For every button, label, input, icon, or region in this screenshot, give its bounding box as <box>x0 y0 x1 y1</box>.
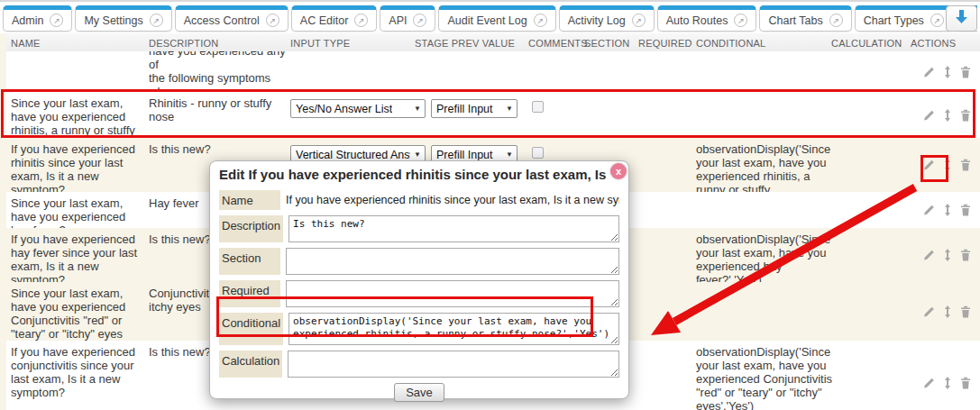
conditional-textarea[interactable]: observationDisplay('Since your last exam… <box>289 313 619 345</box>
open-external-icon[interactable]: ↗ <box>50 14 63 27</box>
reorder-icon[interactable] <box>943 159 952 171</box>
conditional-cell: observationDisplay('Since your last exam… <box>696 345 833 410</box>
open-external-icon[interactable]: ↗ <box>829 14 843 27</box>
comments-checkbox[interactable] <box>532 147 544 159</box>
edit-icon[interactable] <box>922 204 935 216</box>
tab-label: AC Editor <box>300 14 349 27</box>
tab-activity-log[interactable]: Activity Log↗ <box>559 5 655 32</box>
reorder-icon[interactable] <box>943 204 952 216</box>
tab-admin[interactable]: Admin↗ <box>3 5 72 32</box>
col-calculation: CALCULATION <box>831 38 902 49</box>
description-cell: have you experienced any of the followin… <box>149 51 286 92</box>
name-cell: If you have experienced rhinitis since y… <box>11 142 146 192</box>
field-label: Description <box>219 215 283 242</box>
field-row-description: Description Is this new? <box>219 215 619 242</box>
reorder-icon[interactable] <box>943 305 952 318</box>
open-external-icon[interactable]: ↗ <box>150 14 163 27</box>
row-actions <box>922 249 971 261</box>
tab-ac-editor[interactable]: AC Editor↗ <box>291 5 378 32</box>
row-actions <box>922 159 971 171</box>
col-comments: COMMENTS <box>528 38 588 49</box>
tab-strip: Admin↗ My Settings↗ Access Control↗ AC E… <box>3 5 977 33</box>
name-cell: If you have experienced hay fever since … <box>11 232 146 282</box>
table-row: Since your last exam, have you experienc… <box>6 92 980 138</box>
tab-auto-routes[interactable]: Auto Routes↗ <box>657 5 757 32</box>
edit-icon[interactable] <box>922 377 935 389</box>
tab-label: Audit Event Log <box>447 14 527 27</box>
reorder-icon[interactable] <box>943 109 952 122</box>
name-cell: Since your last exam, have you experienc… <box>11 96 146 138</box>
col-conditional: CONDITIONAL <box>696 38 765 49</box>
tab-audit-event-log[interactable]: Audit Event Log↗ <box>438 5 555 32</box>
delete-icon[interactable] <box>960 66 971 78</box>
name-cell: Since your last exam, have you experienc… <box>11 287 146 341</box>
section-textarea[interactable] <box>286 248 619 275</box>
field-row-section: Section <box>219 248 619 275</box>
save-button[interactable]: Save <box>394 383 444 402</box>
tab-label: Auto Routes <box>666 14 728 27</box>
tab-my-settings[interactable]: My Settings↗ <box>75 5 171 32</box>
description-cell: Rhinitis - runny or stuffy nose <box>149 96 286 123</box>
open-external-icon[interactable]: ↗ <box>266 14 279 27</box>
open-external-icon[interactable]: ↗ <box>930 14 944 27</box>
col-name: NAME <box>11 38 41 49</box>
col-required: REQUIRED <box>638 38 692 49</box>
reorder-icon[interactable] <box>943 377 952 389</box>
edit-icon[interactable] <box>922 66 935 78</box>
tab-label: My Settings <box>84 14 142 27</box>
dialog-title: Edit If you have experienced rhinitis si… <box>219 167 609 185</box>
tab-label: Chart Tabs <box>768 14 822 27</box>
tab-chart-types[interactable]: Chart Types↗ <box>855 5 953 32</box>
close-icon[interactable]: x <box>610 163 627 179</box>
edit-dialog: x Edit If you have experienced rhinitis … <box>209 160 629 399</box>
delete-icon[interactable] <box>960 204 971 216</box>
tab-label: API <box>389 14 407 27</box>
tab-api[interactable]: API↗ <box>380 5 435 32</box>
input-type-select[interactable]: Yes/No Answer List▼ <box>290 99 426 118</box>
col-section: SECTION <box>584 38 629 49</box>
col-input-type: INPUT TYPE <box>290 38 350 49</box>
edit-icon[interactable] <box>922 159 935 171</box>
down-arrow-icon <box>955 9 968 28</box>
row-actions <box>922 109 971 122</box>
select-arrow-icon: ▼ <box>414 150 421 159</box>
edit-icon[interactable] <box>922 109 935 122</box>
edit-icon[interactable] <box>922 305 935 318</box>
table-header: NAME DESCRIPTION INPUT TYPE STAGE PREV V… <box>6 33 980 53</box>
name-value: If you have experienced rhinitis since y… <box>286 190 619 210</box>
tab-scroll-down-button[interactable] <box>946 5 977 32</box>
open-external-icon[interactable]: ↗ <box>632 14 646 27</box>
open-external-icon[interactable]: ↗ <box>534 14 547 27</box>
delete-icon[interactable] <box>960 249 971 261</box>
tab-label: Access Control <box>184 14 260 27</box>
name-cell: Since your last exam, have you experienc… <box>11 196 146 228</box>
row-actions <box>922 305 971 318</box>
row-actions <box>922 377 971 389</box>
reorder-icon[interactable] <box>943 249 952 261</box>
col-stage-prev-value: STAGE PREV VALUE <box>415 38 515 49</box>
comments-checkbox[interactable] <box>532 101 544 113</box>
select-arrow-icon: ▼ <box>414 105 421 113</box>
reorder-icon[interactable] <box>943 66 952 78</box>
calculation-textarea[interactable] <box>288 351 619 378</box>
delete-icon[interactable] <box>960 305 971 318</box>
open-external-icon[interactable]: ↗ <box>413 14 426 27</box>
delete-icon[interactable] <box>960 109 971 122</box>
required-textarea[interactable] <box>286 280 619 307</box>
field-row-required: Required <box>219 280 619 307</box>
delete-icon[interactable] <box>960 159 971 171</box>
tab-access-control[interactable]: Access Control↗ <box>175 5 289 32</box>
field-label: Name <box>219 190 280 210</box>
row-actions <box>922 204 971 216</box>
open-external-icon[interactable]: ↗ <box>734 14 747 27</box>
edit-icon[interactable] <box>922 249 935 261</box>
description-textarea[interactable]: Is this new? <box>289 215 619 242</box>
delete-icon[interactable] <box>960 377 971 389</box>
tab-label: Chart Types <box>864 14 924 27</box>
table-row: have you experienced any of the followin… <box>6 51 980 92</box>
stage-prev-value-select[interactable]: Prefill Input▼ <box>431 99 517 118</box>
col-description: DESCRIPTION <box>149 38 218 49</box>
tab-chart-tabs[interactable]: Chart Tabs↗ <box>759 5 851 32</box>
open-external-icon[interactable]: ↗ <box>354 14 368 27</box>
row-actions <box>922 66 971 78</box>
